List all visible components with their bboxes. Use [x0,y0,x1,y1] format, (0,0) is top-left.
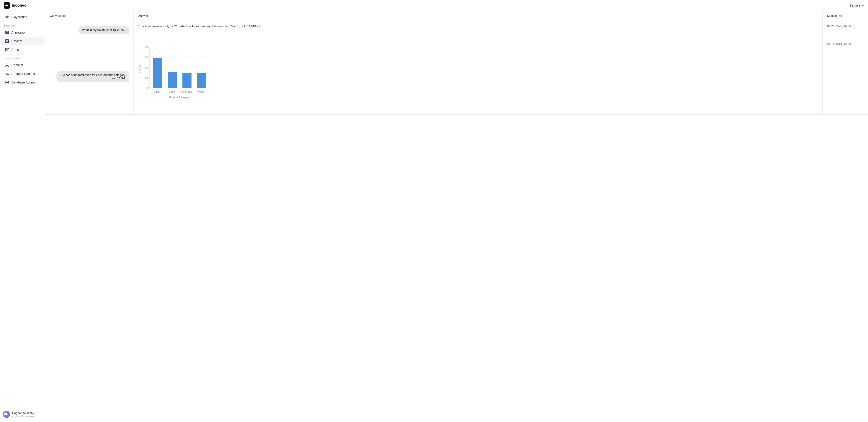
configuration-section-label: Configuration [0,54,45,61]
svg-rect-8 [5,33,9,33]
svg-text:Widget: Widget [198,90,205,93]
bar-gadget [153,58,162,88]
table-row: What is the total price for each product… [45,39,868,115]
sidebar-item-runs[interactable]: Runs [1,46,44,54]
svg-text:Product Category: Product Category [169,96,189,99]
cell-modified-2: 02/18/2025, 14:46 [823,39,868,114]
layout: Playground Evaluation Annotation Dataset [0,11,868,422]
connect-icon [5,63,9,67]
avatar-image: EM [3,411,10,418]
annotation-icon [5,30,9,34]
chart-svg: 600 450 300 150 0 Total Price [138,43,215,111]
user-name: Eoghan Mulcahy [12,411,39,415]
svg-rect-11 [5,41,7,43]
svg-point-0 [6,4,8,6]
sidebar-runs-label: Runs [11,48,19,52]
svg-rect-12 [7,41,9,43]
svg-point-20 [6,81,8,82]
sidebar: Playground Evaluation Annotation Dataset [0,11,45,422]
bar-gizmo [168,72,177,88]
table-body: What is my revenue for q1 2025? Your tot… [45,21,868,422]
table-header: Conversation Answer Modified At [45,11,868,21]
evaluation-section-label: Evaluation [0,21,45,28]
main-content: Conversation Answer Modified At What is … [45,11,868,422]
sidebar-item-connect[interactable]: Connect [1,61,44,69]
user-menu-button[interactable]: Sample [850,4,864,7]
logo-svg [5,3,9,7]
cell-conversation-1: What is my revenue for q1 2025? [45,21,134,39]
svg-rect-2 [7,5,8,6]
svg-point-4 [5,16,6,17]
dataset-icon [5,39,9,43]
svg-rect-15 [5,50,7,51]
conversation-bubble-2: What is the total price for each product… [56,71,129,82]
svg-text:450: 450 [145,56,149,59]
user-email: eoghan@inconvo.ai [12,415,39,418]
sidebar-dataset-label: Dataset [11,39,22,43]
svg-text:0: 0 [147,87,149,89]
svg-rect-6 [5,31,9,32]
logo: Inconvo [4,2,27,9]
svg-text:600: 600 [145,46,149,49]
playground-icon [5,15,9,19]
svg-text:300: 300 [145,66,149,69]
conversation-bubble-1: What is my revenue for q1 2025? [79,26,129,34]
cell-answer-2: 600 450 300 150 0 Total Price [134,39,823,114]
table-row: What is my revenue for q1 2025? Your tot… [45,21,868,39]
svg-rect-1 [5,5,6,6]
svg-text:Doohickey: Doohickey [182,90,192,93]
svg-text:Gadget: Gadget [154,90,161,93]
user-menu-label: Sample [850,4,860,7]
expand-icon: › [41,413,42,416]
col-header-answer: Answer [134,11,823,21]
avatar: EM [3,411,10,418]
logo-text: Inconvo [12,3,27,8]
user-info: Eoghan Mulcahy eoghan@inconvo.ai [12,411,39,418]
sidebar-request-context-label: Request Context [11,72,35,76]
bar-chart: 600 450 300 150 0 Total Price [138,43,215,111]
svg-text:Total Price: Total Price [139,63,142,73]
sidebar-annotation-label: Annotation [11,31,27,34]
runs-icon [5,48,9,52]
bar-doohickey [182,73,191,88]
col-header-modified: Modified At [823,11,868,21]
cell-conversation-2: What is the total price for each product… [45,39,134,114]
svg-point-3 [6,16,8,17]
sidebar-user[interactable]: EM Eoghan Mulcahy eoghan@inconvo.ai › [0,408,45,420]
sidebar-item-dataset[interactable]: Dataset [1,37,44,45]
database-access-icon [5,80,9,84]
svg-point-18 [8,66,9,67]
sidebar-item-database-access[interactable]: Database Access [1,78,44,86]
svg-point-17 [5,66,6,67]
chevron-down-icon [862,4,864,7]
topbar: Inconvo Sample [0,0,868,11]
col-header-conversation: Conversation [45,11,134,21]
answer-text-1: Your total revenue for Q1 2025, which in… [138,25,818,28]
svg-point-5 [8,16,9,17]
svg-rect-9 [5,39,7,41]
svg-rect-14 [5,50,8,50]
logo-icon [4,2,10,9]
svg-point-16 [7,63,7,64]
sidebar-connect-label: Connect [11,63,23,67]
bar-widget [197,73,206,88]
svg-rect-19 [8,74,9,75]
svg-rect-10 [7,39,9,41]
sidebar-item-request-context[interactable]: Request Context [1,69,44,78]
sidebar-database-access-label: Database Access [11,81,36,84]
svg-text:Gizmo: Gizmo [169,90,176,93]
sidebar-playground-label: Playground [11,15,27,19]
svg-text:150: 150 [145,77,149,79]
svg-rect-13 [5,48,9,49]
svg-rect-7 [5,32,9,33]
request-context-icon [5,72,9,76]
cell-answer-1: Your total revenue for Q1 2025, which in… [134,21,823,39]
sidebar-item-playground[interactable]: Playground [1,13,44,21]
cell-modified-1: 02/20/2025, 14:30 [823,21,868,39]
sidebar-item-annotation[interactable]: Annotation [1,28,44,36]
